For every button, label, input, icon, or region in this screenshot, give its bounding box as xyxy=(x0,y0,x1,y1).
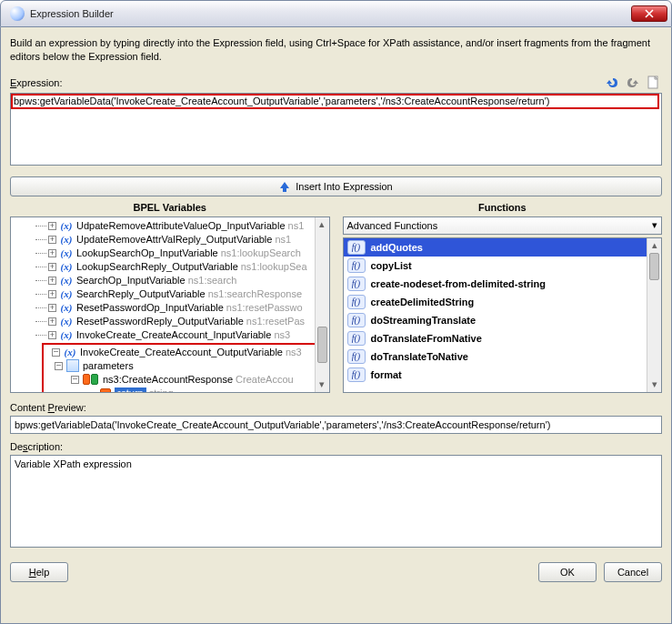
description-value: Variable XPath expression xyxy=(15,458,132,469)
title-bar: Expression Builder xyxy=(0,0,672,27)
tree-row-expanded[interactable]: – (x) InvokeCreate_CreateAccount_OutputV… xyxy=(44,346,326,359)
dialog-body: Build an expression by typing directly i… xyxy=(0,27,672,624)
undo-button[interactable] xyxy=(604,75,620,91)
content-preview-value: bpws:getVariableData('InvokeCreate_Creat… xyxy=(15,419,550,430)
function-item[interactable]: doStreamingTranslate xyxy=(344,311,662,329)
redo-icon xyxy=(626,75,640,90)
tree-row-return[interactable]: returnstring xyxy=(44,387,326,393)
insert-into-expression-button[interactable]: Insert Into Expression xyxy=(10,176,662,196)
function-icon xyxy=(347,313,366,327)
parameters-icon xyxy=(66,359,79,372)
close-icon xyxy=(645,9,654,18)
expression-value: bpws:getVariableData('InvokeCreate_Creat… xyxy=(14,96,658,106)
description-label: Description: xyxy=(10,441,662,452)
tree-scrollbar[interactable]: ▴▾ xyxy=(315,217,329,392)
content-preview-label: Content Preview: xyxy=(10,402,662,413)
tree-row[interactable]: + (x) LookupSearchOp_InputVariablens1:lo… xyxy=(11,247,329,260)
tree-row[interactable]: + (x) ResetPasswordReply_OutputVariablen… xyxy=(11,315,329,328)
expression-textarea[interactable]: bpws:getVariableData('InvokeCreate_Creat… xyxy=(10,93,662,166)
function-icon xyxy=(347,331,366,346)
ok-button[interactable]: OK xyxy=(538,562,597,582)
tree-row[interactable]: + (x) InvokeCreate_CreateAccount_InputVa… xyxy=(11,328,329,342)
return-icon xyxy=(100,388,111,393)
tree-row[interactable]: + (x) UdpateRemoveAttributeValueOp_Input… xyxy=(11,219,329,233)
app-icon xyxy=(10,6,25,21)
function-item[interactable]: addQuotes xyxy=(344,238,662,257)
tree-row-parameters[interactable]: – parameters xyxy=(44,359,326,373)
window-title: Expression Builder xyxy=(30,8,631,19)
function-icon xyxy=(347,295,366,309)
function-category-combo[interactable]: Advanced Functions ▾ xyxy=(343,216,663,235)
function-icon xyxy=(347,258,366,273)
function-item[interactable]: createDelimitedString xyxy=(344,293,662,311)
content-preview-field[interactable]: bpws:getVariableData('InvokeCreate_Creat… xyxy=(10,416,662,434)
functions-list[interactable]: addQuotescopyListcreate-nodeset-from-del… xyxy=(343,237,663,393)
description-field: Variable XPath expression xyxy=(10,455,662,548)
help-button[interactable]: Help xyxy=(10,562,68,582)
functions-header: Functions xyxy=(343,202,663,213)
function-item[interactable]: create-nodeset-from-delimited-string xyxy=(344,275,662,293)
bpel-variables-tree[interactable]: + (x) UdpateRemoveAttributeValueOp_Input… xyxy=(10,216,330,393)
bpel-variables-header: BPEL Variables xyxy=(10,202,330,213)
chevron-down-icon: ▾ xyxy=(652,219,657,231)
tree-row-response[interactable]: – ns3:CreateAccountResponseCreateAccou xyxy=(44,373,326,387)
function-icon xyxy=(347,349,366,364)
selected-tree-group: – (x) InvokeCreate_CreateAccount_OutputV… xyxy=(42,343,327,393)
tree-row[interactable]: + (x) SearchOp_InputVariablens1:search xyxy=(11,274,329,287)
function-item[interactable]: doTranslateFromNative xyxy=(344,329,662,347)
function-icon xyxy=(347,367,366,382)
function-item[interactable]: doTranslateToNative xyxy=(344,347,662,366)
response-icon xyxy=(83,374,99,385)
undo-icon xyxy=(605,75,619,90)
intro-text: Build an expression by typing directly i… xyxy=(10,36,662,64)
function-item[interactable]: copyList xyxy=(344,257,662,275)
redo-button[interactable] xyxy=(625,75,641,91)
tree-row[interactable]: + (x) ResetPasswordOp_InputVariablens1:r… xyxy=(11,301,329,315)
tree-row[interactable]: + (x) SearchReply_OutputVariablens1:sear… xyxy=(11,287,329,301)
function-icon xyxy=(347,240,366,255)
functions-scrollbar[interactable]: ▴▾ xyxy=(647,238,661,392)
cancel-button[interactable]: Cancel xyxy=(604,562,662,582)
expression-label: Expression: xyxy=(10,77,62,88)
insert-up-icon xyxy=(279,181,290,192)
tree-row[interactable]: + (x) LookupSearchReply_OutputVariablens… xyxy=(11,260,329,274)
close-button[interactable] xyxy=(631,5,667,22)
blank-page-icon xyxy=(647,75,661,90)
clear-button[interactable] xyxy=(646,75,662,91)
help-label: elp xyxy=(36,567,50,578)
insert-button-label: Insert Into Expression xyxy=(296,181,392,192)
tree-row[interactable]: + (x) UpdateRemoveAttrValReply_OutputVar… xyxy=(11,233,329,247)
function-item[interactable]: format xyxy=(344,366,662,384)
function-icon xyxy=(347,277,366,291)
function-category-value: Advanced Functions xyxy=(347,220,438,231)
